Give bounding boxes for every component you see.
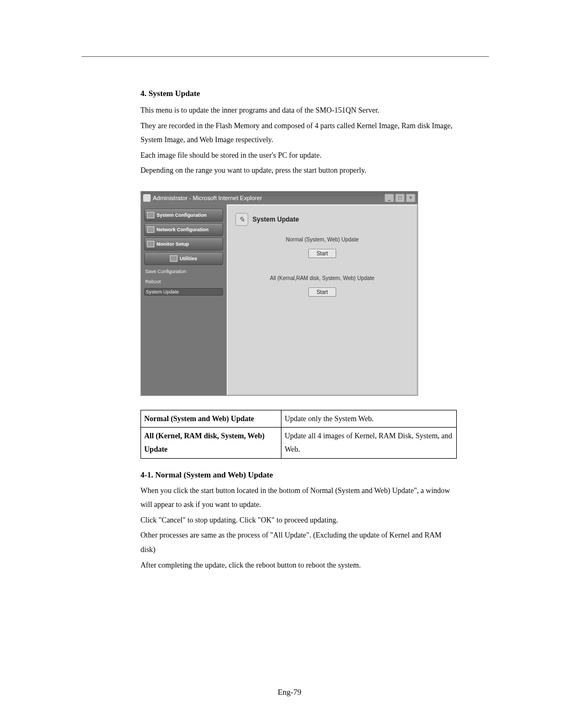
close-button[interactable]: × bbox=[406, 194, 415, 202]
sidebar-item-label: Network Configuration bbox=[157, 227, 209, 232]
sidebar-subitem-system-update[interactable]: System Update bbox=[144, 288, 223, 296]
table-cell-key: All (Kernel, RAM disk, System, Web) Upda… bbox=[141, 428, 281, 458]
titlebar: Administrator - Microsoft Internet Explo… bbox=[141, 192, 418, 204]
normal-update-label: Normal (System, Web) Update bbox=[235, 237, 409, 242]
sidebar-item-network-configuration[interactable]: Network Configuration bbox=[144, 223, 223, 236]
embedded-window: Administrator - Microsoft Internet Explo… bbox=[140, 191, 418, 396]
sidebar-item-utilities[interactable]: Utilities bbox=[144, 252, 223, 265]
table-cell-value: Update only the System Web. bbox=[281, 410, 456, 427]
sidebar-item-label: Utilities bbox=[180, 256, 197, 261]
sidebar-subitem-reboot[interactable]: Reboot bbox=[144, 278, 223, 285]
normal-start-button[interactable]: Start bbox=[308, 249, 336, 258]
maximize-button[interactable]: □ bbox=[395, 194, 405, 202]
main-panel: ✎ System Update Normal (System, Web) Upd… bbox=[227, 204, 418, 395]
body-text: Other processes are same as the process … bbox=[140, 528, 457, 557]
body-text: After completing the update, click the r… bbox=[140, 558, 457, 573]
body-text: When you click the start button located … bbox=[140, 484, 457, 512]
sidebar-item-label: System Configuration bbox=[157, 212, 207, 218]
minimize-button[interactable]: _ bbox=[384, 194, 394, 202]
table-cell-key: Normal (System and Web) Update bbox=[141, 410, 281, 427]
sidebar-item-system-configuration[interactable]: System Configuration bbox=[144, 209, 223, 222]
sidebar: System Configuration Network Configurati… bbox=[141, 204, 227, 395]
update-description-table: Normal (System and Web) Update Update on… bbox=[140, 410, 457, 459]
wrench-icon bbox=[170, 255, 177, 262]
all-start-button[interactable]: Start bbox=[308, 288, 336, 297]
app-icon bbox=[143, 194, 151, 202]
monitor-icon bbox=[147, 212, 154, 218]
wrench-icon: ✎ bbox=[235, 213, 248, 226]
monitor-icon bbox=[147, 241, 154, 247]
body-text: Each image file should be stored in the … bbox=[140, 149, 457, 163]
page-number: Eng-79 bbox=[0, 688, 579, 697]
table-row: All (Kernel, RAM disk, System, Web) Upda… bbox=[141, 428, 457, 458]
sidebar-item-label: Monitor Setup bbox=[157, 241, 189, 247]
window-title: Administrator - Microsoft Internet Explo… bbox=[153, 195, 262, 201]
horizontal-rule bbox=[81, 56, 489, 57]
panel-title: System Update bbox=[253, 216, 299, 223]
table-cell-value: Update all 4 images of Kernel, RAM Disk,… bbox=[281, 428, 456, 458]
all-update-label: All (Kernal,RAM disk, System, Web) Updat… bbox=[235, 275, 409, 281]
body-text: Click "Cancel" to stop updating. Click "… bbox=[140, 513, 457, 528]
body-text: Depending on the range you want to updat… bbox=[140, 164, 457, 178]
body-text: This menu is to update the inner program… bbox=[140, 104, 457, 118]
network-icon bbox=[147, 226, 154, 233]
sidebar-subitem-save-configuration[interactable]: Save Configuration bbox=[144, 268, 223, 275]
body-text: They are recorded in the Flash Memory an… bbox=[140, 119, 457, 148]
section-heading: 4. System Update bbox=[140, 89, 457, 98]
table-row: Normal (System and Web) Update Update on… bbox=[141, 410, 457, 427]
subsection-heading: 4-1. Normal (System and Web) Update bbox=[140, 470, 457, 480]
sidebar-item-monitor-setup[interactable]: Monitor Setup bbox=[144, 238, 223, 251]
